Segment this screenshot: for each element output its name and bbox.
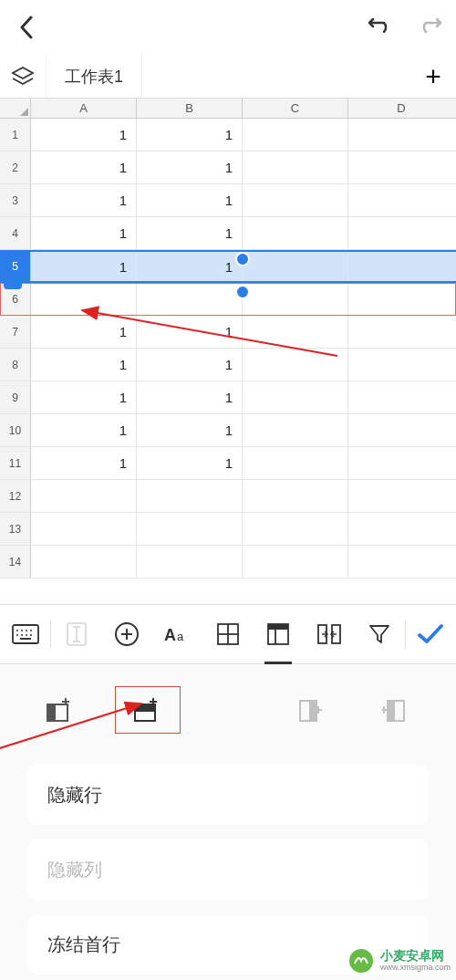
cell[interactable]: [243, 184, 348, 216]
cell[interactable]: [243, 513, 348, 545]
cell[interactable]: [243, 414, 348, 446]
confirm-button[interactable]: [406, 612, 456, 656]
cell[interactable]: [348, 119, 454, 151]
text-cursor-button[interactable]: [51, 612, 101, 656]
table-row[interactable]: 1111: [0, 447, 456, 480]
cell[interactable]: [348, 252, 454, 281]
add-sheet-button[interactable]: +: [410, 61, 456, 92]
cell[interactable]: [243, 283, 348, 315]
cell[interactable]: 1: [31, 316, 137, 348]
redo-button[interactable]: [416, 14, 443, 41]
cell[interactable]: [348, 414, 454, 446]
cell[interactable]: 1: [137, 381, 243, 413]
cell[interactable]: [31, 546, 137, 578]
table-row[interactable]: 14: [0, 546, 456, 579]
cell[interactable]: [137, 283, 243, 315]
cell[interactable]: [31, 513, 137, 545]
cell[interactable]: 1: [31, 414, 137, 446]
sheet-tab[interactable]: 工作表1: [46, 55, 142, 99]
cell[interactable]: [348, 349, 454, 381]
borders-button[interactable]: [202, 612, 253, 656]
table-row[interactable]: 811: [0, 349, 456, 381]
cell[interactable]: [243, 480, 348, 512]
filter-button[interactable]: [354, 612, 404, 656]
row-header[interactable]: 11: [0, 447, 31, 479]
cell[interactable]: 1: [31, 217, 137, 249]
table-row[interactable]: 411: [0, 217, 456, 250]
undo-button[interactable]: [367, 14, 394, 41]
table-row[interactable]: 711: [0, 316, 456, 349]
cell[interactable]: [348, 217, 454, 249]
row-header[interactable]: 12: [0, 480, 31, 512]
insert-row-tab[interactable]: [115, 686, 181, 734]
selection-handle-bottom[interactable]: [235, 285, 250, 299]
col-header-c[interactable]: C: [243, 99, 348, 118]
cell[interactable]: [243, 151, 348, 183]
table-row[interactable]: 13: [0, 513, 456, 546]
cell[interactable]: [348, 283, 454, 315]
cell[interactable]: 1: [31, 151, 137, 183]
cell[interactable]: 1: [137, 151, 243, 183]
cell[interactable]: [348, 381, 454, 413]
cell[interactable]: 1: [137, 447, 243, 479]
row-header[interactable]: 14: [0, 546, 31, 578]
table-row[interactable]: 111: [0, 119, 456, 151]
cell[interactable]: [137, 546, 243, 578]
insert-col-tab[interactable]: [27, 686, 93, 734]
panel-hide-row[interactable]: 隐藏行: [27, 765, 429, 825]
row-header[interactable]: 13: [0, 513, 31, 545]
table-row[interactable]: 12: [0, 480, 456, 513]
cell[interactable]: 1: [137, 349, 243, 381]
insert-left-tab[interactable]: [363, 686, 429, 734]
keyboard-button[interactable]: [0, 612, 50, 656]
cell[interactable]: 1: [31, 447, 137, 479]
cell[interactable]: 1: [137, 184, 243, 216]
cell[interactable]: 1: [137, 217, 243, 249]
cell[interactable]: [243, 546, 348, 578]
cell[interactable]: 1: [31, 381, 137, 413]
cell[interactable]: [348, 184, 454, 216]
cell[interactable]: [243, 252, 348, 281]
select-all-corner[interactable]: [0, 99, 31, 118]
cell[interactable]: 1: [31, 119, 137, 151]
col-header-a[interactable]: A: [31, 99, 137, 118]
row-header[interactable]: 9: [0, 381, 31, 413]
table-row[interactable]: 6: [0, 283, 456, 316]
row-header[interactable]: 1: [0, 119, 31, 151]
row-header[interactable]: 7: [0, 316, 31, 348]
cell[interactable]: [348, 480, 454, 512]
table-ops-button[interactable]: [254, 612, 304, 656]
insert-right-tab[interactable]: [275, 686, 341, 734]
cell[interactable]: [243, 119, 348, 151]
cell[interactable]: 1: [31, 252, 137, 281]
cell[interactable]: [243, 349, 348, 381]
cell[interactable]: [243, 447, 348, 479]
cell[interactable]: [137, 480, 243, 512]
back-button[interactable]: [13, 14, 40, 41]
row-header[interactable]: 10: [0, 414, 31, 446]
row-header[interactable]: 3: [0, 184, 31, 216]
row-header[interactable]: 5: [0, 252, 31, 281]
cell[interactable]: [348, 151, 454, 183]
text-format-button[interactable]: Aa: [152, 612, 202, 656]
table-row[interactable]: 311: [0, 184, 456, 217]
cell[interactable]: [243, 316, 348, 348]
row-header[interactable]: 8: [0, 349, 31, 381]
cell[interactable]: 1: [31, 184, 137, 216]
cell[interactable]: [243, 217, 348, 249]
sheets-menu-button[interactable]: [0, 67, 46, 87]
spreadsheet-grid[interactable]: A B C D 11121131141151167118119111011111…: [0, 99, 456, 579]
cell[interactable]: [348, 513, 454, 545]
selection-handle-top[interactable]: [235, 252, 250, 266]
row-header[interactable]: 4: [0, 217, 31, 249]
cell[interactable]: [31, 283, 137, 315]
col-header-d[interactable]: D: [348, 99, 454, 118]
cell[interactable]: [243, 381, 348, 413]
row-header[interactable]: 2: [0, 151, 31, 183]
cell[interactable]: 1: [137, 414, 243, 446]
merge-button[interactable]: [304, 612, 354, 656]
add-circle-button[interactable]: [102, 612, 152, 656]
cell[interactable]: [348, 546, 454, 578]
cell[interactable]: 1: [137, 119, 243, 151]
table-row[interactable]: 911: [0, 381, 456, 414]
